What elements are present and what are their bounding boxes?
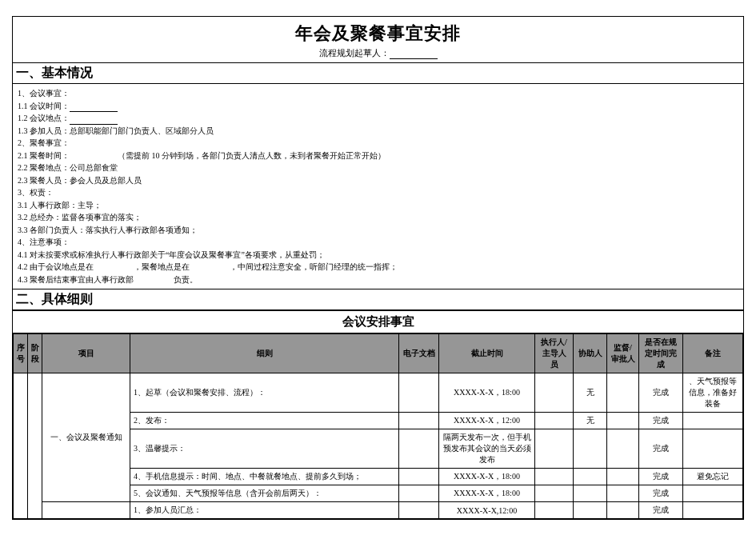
cell-note (683, 413, 743, 429)
info-line: 3.3 各部门负责人：落实执行人事行政部各项通知； (18, 224, 738, 237)
th-assist: 协助人 (574, 334, 607, 373)
th-exec: 执行人/主导人员 (535, 334, 574, 373)
th-deadline: 截止时间 (439, 334, 535, 373)
section1-header: 一、基本情况 (13, 62, 743, 84)
table-row: 1、参加人员汇总： XXXX-X-X,12:00 完成 (14, 502, 743, 519)
info-line: 1.2 会议地点： (18, 112, 738, 125)
th-note: 备注 (683, 334, 743, 373)
cell-deadline: 隔两天发布一次，但手机预发布其会议的当天必须发布 (439, 429, 535, 469)
section2-subtitle: 会议安排事宜 (13, 310, 743, 333)
info-line: 4.2 由于会议地点是在 ，聚餐地点是在 ，中间过程注意安全，听部门经理的统一指… (18, 261, 738, 273)
cell-done: 完成 (639, 485, 683, 502)
cell-super (607, 469, 639, 485)
cell-assist (574, 502, 607, 519)
cell-super (607, 373, 639, 413)
cell-detail: 4、手机信息提示：时间、地点、中餐就餐地点、提前多久到场； (130, 469, 399, 485)
cell-done: 完成 (639, 469, 683, 485)
cell-exec (535, 469, 574, 485)
info-line: 4.1 对未按要求或标准执行人事行政部关于“年度会议及聚餐事宜”各项要求，从重处… (18, 249, 738, 262)
cell-done: 完成 (639, 429, 683, 469)
cell-detail: 1、参加人员汇总： (130, 502, 399, 519)
info-line: 4.3 聚餐后结束事宜由人事行政部 负责。 (18, 273, 738, 286)
subtitle-row: 流程规划起草人： (13, 47, 743, 62)
info-line: 2.3 聚餐人员：参会人员及总部人员 (18, 174, 738, 187)
cell-super (607, 502, 639, 519)
th-done: 是否在规定时间完成 (639, 334, 683, 373)
cell-edoc (399, 429, 439, 469)
cell-edoc (399, 469, 439, 485)
cell-done: 完成 (639, 413, 683, 429)
cell-super (607, 413, 639, 429)
cell-exec (535, 485, 574, 502)
cell-note (683, 485, 743, 502)
cell-detail: 2、发布： (130, 413, 399, 429)
cell-edoc (399, 373, 439, 413)
th-item: 项目 (42, 334, 130, 373)
cell-super (607, 485, 639, 502)
cell-assist (574, 485, 607, 502)
cell-super (607, 429, 639, 469)
cell-item-group: 一、会议及聚餐通知 (42, 373, 130, 502)
cell-assist (574, 469, 607, 485)
cell-detail: 5、会议通知、天气预报等信息（含开会前后两天）： (130, 485, 399, 502)
drafter-blank (390, 50, 438, 59)
cell-note (683, 429, 743, 469)
cell-exec (535, 502, 574, 519)
subtitle-label: 流程规划起草人： (319, 48, 390, 58)
cell-deadline: XXXX-X-X，18:00 (439, 469, 535, 485)
th-phase: 阶段 (28, 334, 42, 373)
cell-deadline: XXXX-X-X，18:00 (439, 373, 535, 413)
cell-done: 完成 (639, 373, 683, 413)
cell-edoc (399, 502, 439, 519)
th-seq: 序号 (14, 334, 28, 373)
info-line: 2.2 聚餐地点：公司总部食堂 (18, 162, 738, 174)
blank-field (70, 116, 118, 125)
table-row: 一、会议及聚餐通知 1、起草（会议和聚餐安排、流程）： XXXX-X-X，18:… (14, 373, 743, 413)
info-line: 1、会议事宜： (18, 87, 738, 100)
cell-deadline: XXXX-X-X,12:00 (439, 502, 535, 519)
info-line: 3、权责： (18, 186, 738, 199)
document-frame: 年会及聚餐事宜安排 流程规划起草人： 一、基本情况 1、会议事宜： 1.1 会议… (12, 16, 744, 520)
cell-detail: 1、起草（会议和聚餐安排、流程）： (130, 373, 399, 413)
section2-header: 二、具体细则 (13, 289, 743, 310)
cell-assist: 无 (574, 413, 607, 429)
th-super: 监督/审批人 (607, 334, 639, 373)
info-line: 3.1 人事行政部：主导； (18, 199, 738, 212)
table-header: 序号 阶段 项目 细则 电子文档 截止时间 执行人/主导人员 协助人 监督/审批… (14, 334, 743, 373)
info-line: 2、聚餐事宜： (18, 137, 738, 150)
blank-field (70, 103, 118, 112)
th-detail: 细则 (130, 334, 399, 373)
cell-note (683, 502, 743, 519)
cell-deadline: XXXX-X-X，12:00 (439, 413, 535, 429)
cell-edoc (399, 485, 439, 502)
cell-note: 避免忘记 (683, 469, 743, 485)
cell-exec (535, 413, 574, 429)
info-line: 1.1 会议时间： (18, 100, 738, 113)
cell-assist: 无 (574, 373, 607, 413)
cell-deadline: XXXX-X-X，18:00 (439, 485, 535, 502)
info-line: 4、注意事项： (18, 236, 738, 249)
th-edoc: 电子文档 (399, 334, 439, 373)
cell-assist (574, 429, 607, 469)
title-area: 年会及聚餐事宜安排 (13, 17, 743, 47)
info-line: 1.3 参加人员：总部职能部门部门负责人、区域部分人员 (18, 125, 738, 138)
cell-exec (535, 373, 574, 413)
basic-info-block: 1、会议事宜： 1.1 会议时间： 1.2 会议地点： 1.3 参加人员：总部职… (13, 84, 743, 289)
info-line: 2.1 聚餐时间： （需提前 10 分钟到场，各部门负责人清点人数，未到者聚餐开… (18, 150, 738, 162)
cell-done: 完成 (639, 502, 683, 519)
arrangement-table: 序号 阶段 项目 细则 电子文档 截止时间 执行人/主导人员 协助人 监督/审批… (13, 333, 743, 519)
cell-item (42, 502, 130, 519)
main-title: 年会及聚餐事宜安排 (13, 22, 743, 46)
cell-detail: 3、温馨提示： (130, 429, 399, 469)
cell-exec (535, 429, 574, 469)
cell-phase (28, 373, 42, 519)
info-line: 3.2 总经办：监督各项事宜的落实； (18, 211, 738, 224)
cell-note: 、天气预报等信息，准备好装备 (683, 373, 743, 413)
cell-seq (14, 373, 28, 519)
cell-edoc (399, 413, 439, 429)
